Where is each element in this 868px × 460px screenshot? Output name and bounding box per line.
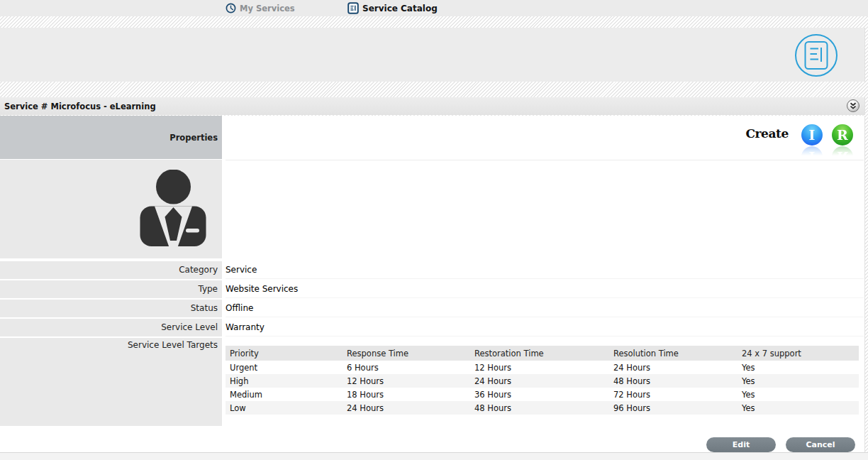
cell: 18 Hours <box>343 388 470 401</box>
service-section-header: Service # Microfocus - eLearning <box>0 97 865 115</box>
col-priority: Priority <box>226 346 343 361</box>
avatar-cell <box>0 160 222 258</box>
cell: 6 Hours <box>343 361 470 374</box>
create-incident-button[interactable]: I <box>801 124 823 146</box>
action-buttons: Edit Cancel <box>706 437 855 452</box>
type-value: Website Services <box>226 280 864 298</box>
table-row-medium: Medium 18 Hours 36 Hours 72 Hours Yes <box>226 388 859 401</box>
cell: High <box>226 374 343 388</box>
create-row: Create I R <box>226 116 864 159</box>
cell: Urgent <box>226 361 343 374</box>
category-value: Service <box>226 261 864 279</box>
service-level-targets-table: Priority Response Time Restoration Time … <box>226 346 859 415</box>
businessman-icon <box>140 170 206 246</box>
cell: 96 Hours <box>609 401 738 415</box>
status-label: Status <box>0 300 222 317</box>
cell: Low <box>226 401 343 415</box>
edit-button[interactable]: Edit <box>706 437 776 452</box>
cell: Yes <box>738 361 859 374</box>
create-request-button[interactable]: R <box>832 124 853 146</box>
cell: 24 Hours <box>609 361 738 374</box>
cell: 24 Hours <box>470 374 609 388</box>
request-badge-letter: R <box>837 127 848 143</box>
tab-service-catalog-label: Service Catalog <box>362 4 438 13</box>
type-label: Type <box>0 280 222 298</box>
col-response-time: Response Time <box>343 346 470 361</box>
service-level-targets-label: Service Level Targets <box>0 338 222 426</box>
table-row-low: Low 24 Hours 48 Hours 96 Hours Yes <box>226 401 859 415</box>
cell: 24 Hours <box>343 401 470 415</box>
service-level-label: Service Level <box>0 319 222 336</box>
service-level-value: Warranty <box>226 319 864 336</box>
cell: Yes <box>738 388 859 401</box>
tab-my-services[interactable]: My Services <box>226 0 295 16</box>
status-value: Offline <box>226 300 864 317</box>
col-restoration-time: Restoration Time <box>470 346 609 361</box>
cell: 12 Hours <box>343 374 470 388</box>
cancel-button[interactable]: Cancel <box>786 437 855 452</box>
incident-badge-letter: I <box>809 127 816 143</box>
service-level-targets-row: Service Level Targets Priority Response … <box>0 338 864 426</box>
properties-header-cell: Properties <box>0 116 222 159</box>
catalog-icon <box>347 2 359 14</box>
table-row-high: High 12 Hours 24 Hours 48 Hours Yes <box>226 374 859 388</box>
cell: 48 Hours <box>609 374 738 388</box>
field-row-type: Type Website Services <box>0 280 864 298</box>
collapse-button[interactable] <box>847 99 859 112</box>
cell: Yes <box>738 401 859 415</box>
toolbar-band <box>0 28 865 82</box>
field-row-service-level: Service Level Warranty <box>0 319 864 336</box>
cell: 48 Hours <box>470 401 609 415</box>
targets-table-header-row: Priority Response Time Restoration Time … <box>226 346 859 361</box>
cell: 12 Hours <box>470 361 609 374</box>
col-resolution-time: Resolution Time <box>609 346 738 361</box>
service-title: Service # Microfocus - eLearning <box>0 102 156 111</box>
bottom-strip <box>0 452 868 460</box>
create-label: Create <box>745 126 789 141</box>
top-tab-bar: My Services Service Catalog <box>0 0 868 16</box>
clock-icon <box>226 3 236 13</box>
service-catalog-circle-icon[interactable] <box>794 33 838 77</box>
cell: Medium <box>226 388 343 401</box>
cell: Yes <box>738 374 859 388</box>
properties-header-label: Properties <box>169 133 222 143</box>
col-24x7-support: 24 x 7 support <box>738 346 859 361</box>
cell: 36 Hours <box>470 388 609 401</box>
cell: 72 Hours <box>609 388 738 401</box>
table-row-urgent: Urgent 6 Hours 12 Hours 24 Hours Yes <box>226 361 859 374</box>
double-chevron-down-icon <box>848 101 858 111</box>
field-row-status: Status Offline <box>0 300 864 317</box>
tab-service-catalog[interactable]: Service Catalog <box>347 0 438 16</box>
service-catalog-page: My Services Service Catalog Service # Mi… <box>0 0 868 460</box>
properties-panel: Properties Create I R Category Service T… <box>0 116 865 453</box>
tab-my-services-label: My Services <box>240 4 295 13</box>
avatar-row-spacer <box>226 160 864 258</box>
category-label: Category <box>0 261 222 279</box>
field-row-category: Category Service <box>0 261 864 279</box>
